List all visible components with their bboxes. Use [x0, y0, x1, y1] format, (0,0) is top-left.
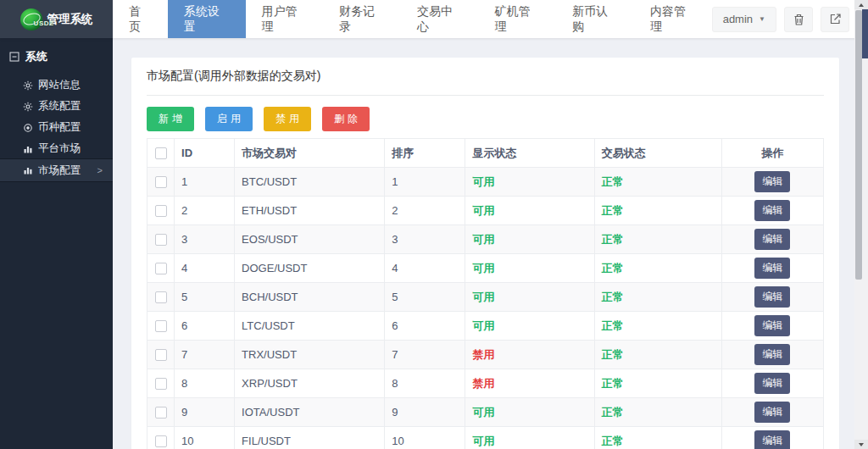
- sidebar-item-label: 系统配置: [38, 99, 81, 114]
- logout-button[interactable]: [821, 7, 849, 32]
- cell-pair: XRP/USDT: [235, 369, 385, 398]
- row-checkbox[interactable]: [155, 263, 167, 274]
- display-status-badge: 可用: [472, 204, 494, 217]
- table-row: 10FIL/USDT10可用正常编辑: [147, 427, 824, 449]
- cell-pair: ETH/USDT: [235, 197, 385, 225]
- trade-status-badge: 正常: [602, 319, 624, 332]
- sidebar-item-label: 网站信息: [38, 78, 81, 92]
- cell-pair: FIL/USDT: [235, 427, 385, 449]
- trade-status-badge: 正常: [602, 262, 624, 274]
- table-header-row: ID 市场交易对 排序 显示状态 交易状态 操作: [147, 139, 824, 168]
- cell-pair: BTC/USDT: [235, 168, 385, 197]
- trade-status-badge: 正常: [602, 377, 624, 390]
- cell-pair: LTC/USDT: [235, 312, 385, 341]
- disable-button[interactable]: 禁用: [264, 107, 311, 131]
- nav-item-1[interactable]: 首页: [113, 0, 168, 38]
- nav-item-4[interactable]: 财务记录: [323, 0, 401, 38]
- row-checkbox[interactable]: [155, 349, 167, 361]
- toolbar: 新增启用禁用删除: [147, 107, 824, 131]
- table-row: 2ETH/USDT2可用正常编辑: [147, 197, 824, 225]
- edit-button[interactable]: 编辑: [754, 315, 790, 336]
- cell-sort: 4: [385, 254, 465, 283]
- sidebar-section-system[interactable]: 系统: [0, 38, 113, 75]
- row-checkbox[interactable]: [155, 407, 167, 419]
- sidebar-item-3[interactable]: 币种配置: [0, 117, 113, 138]
- row-checkbox[interactable]: [155, 435, 167, 447]
- trade-status-badge: 正常: [602, 233, 624, 246]
- sidebar-item-label: 市场配置: [38, 164, 81, 178]
- display-status-badge: 可用: [472, 291, 494, 303]
- display-status-badge: 可用: [472, 233, 494, 246]
- edit-button[interactable]: 编辑: [754, 430, 790, 449]
- outer-scrollbar-thumb[interactable]: [862, 9, 868, 58]
- main-area: 市场配置(调用外部数据的交易对) 新增启用禁用删除 ID 市场交易对 排序 显示…: [113, 38, 868, 449]
- row-checkbox[interactable]: [155, 291, 167, 303]
- username: admin: [723, 13, 753, 25]
- sidebar-item-5[interactable]: 市场配置>: [0, 159, 113, 181]
- app-title: 管理系统: [47, 12, 93, 27]
- sidebar-item-label: 平台市场: [38, 141, 81, 156]
- row-checkbox[interactable]: [155, 378, 167, 390]
- edit-button[interactable]: 编辑: [754, 402, 790, 423]
- scroll-up-arrow-icon[interactable]: [854, 0, 868, 9]
- vertical-scrollbar[interactable]: [854, 0, 868, 449]
- edit-button[interactable]: 编辑: [754, 171, 790, 192]
- row-checkbox[interactable]: [155, 234, 167, 246]
- edit-button[interactable]: 编辑: [754, 344, 790, 365]
- scroll-down-arrow-icon[interactable]: [854, 440, 868, 449]
- cell-id: 4: [175, 254, 235, 283]
- trash-button[interactable]: [784, 7, 813, 32]
- delete-button[interactable]: 删除: [322, 107, 370, 131]
- nav-item-8[interactable]: 内容管理: [634, 0, 712, 38]
- cell-id: 2: [175, 197, 235, 225]
- cell-id: 3: [175, 225, 235, 254]
- nav-item-5[interactable]: 交易中心: [401, 0, 479, 38]
- trade-status-badge: 正常: [602, 291, 624, 303]
- cell-sort: 10: [385, 427, 465, 449]
- gear-icon: [22, 80, 33, 91]
- edit-button[interactable]: 编辑: [754, 258, 790, 279]
- cell-id: 1: [175, 168, 235, 197]
- table-row: 7TRX/USDT7禁用正常编辑: [147, 341, 824, 369]
- table-row: 3EOS/USDT3可用正常编辑: [147, 225, 824, 254]
- gear-icon: [22, 101, 33, 112]
- sidebar-section-label: 系统: [25, 49, 47, 64]
- table-row: 8XRP/USDT8禁用正常编辑: [147, 369, 824, 398]
- nav-item-7[interactable]: 新币认购: [556, 0, 634, 38]
- sidebar-item-1[interactable]: 网站信息: [0, 75, 113, 96]
- cell-pair: EOS/USDT: [235, 225, 385, 254]
- scrollbar-thumb[interactable]: [855, 10, 862, 280]
- sidebar-item-4[interactable]: 平台市场: [0, 138, 113, 159]
- chart-icon: [22, 143, 33, 154]
- display-status-badge: 可用: [472, 435, 494, 447]
- nav-item-3[interactable]: 用户管理: [246, 0, 324, 38]
- enable-button[interactable]: 启用: [205, 107, 253, 131]
- minus-square-icon: [8, 52, 19, 63]
- trade-status-badge: 正常: [602, 435, 624, 447]
- cell-pair: IOTA/USDT: [235, 398, 385, 427]
- cell-pair: TRX/USDT: [235, 341, 385, 369]
- brand-logo: USDZ 管理系统: [0, 0, 113, 38]
- table-row: 4DOGE/USDT4可用正常编辑: [147, 254, 824, 283]
- table-row: 9IOTA/USDT9可用正常编辑: [147, 398, 824, 427]
- edit-button[interactable]: 编辑: [754, 229, 790, 250]
- row-checkbox[interactable]: [155, 320, 167, 332]
- cell-id: 9: [175, 398, 235, 427]
- nav-item-2[interactable]: 系统设置: [168, 0, 246, 38]
- cell-pair: DOGE/USDT: [235, 254, 385, 283]
- row-checkbox[interactable]: [155, 176, 167, 188]
- edit-button[interactable]: 编辑: [754, 286, 790, 308]
- logout-icon: [829, 13, 842, 25]
- add-button[interactable]: 新增: [147, 107, 194, 131]
- select-all-checkbox[interactable]: [155, 147, 167, 159]
- display-status-badge: 可用: [472, 406, 494, 419]
- nav-item-6[interactable]: 矿机管理: [479, 0, 557, 38]
- row-checkbox[interactable]: [155, 205, 167, 217]
- cell-sort: 1: [385, 168, 465, 197]
- sidebar-item-2[interactable]: 系统配置: [0, 96, 113, 117]
- user-menu-button[interactable]: admin ▼: [712, 7, 776, 32]
- sidebar: 系统 网站信息系统配置币种配置平台市场市场配置>: [0, 38, 113, 449]
- edit-button[interactable]: 编辑: [754, 373, 790, 394]
- edit-button[interactable]: 编辑: [754, 200, 790, 221]
- chart-icon: [22, 165, 33, 176]
